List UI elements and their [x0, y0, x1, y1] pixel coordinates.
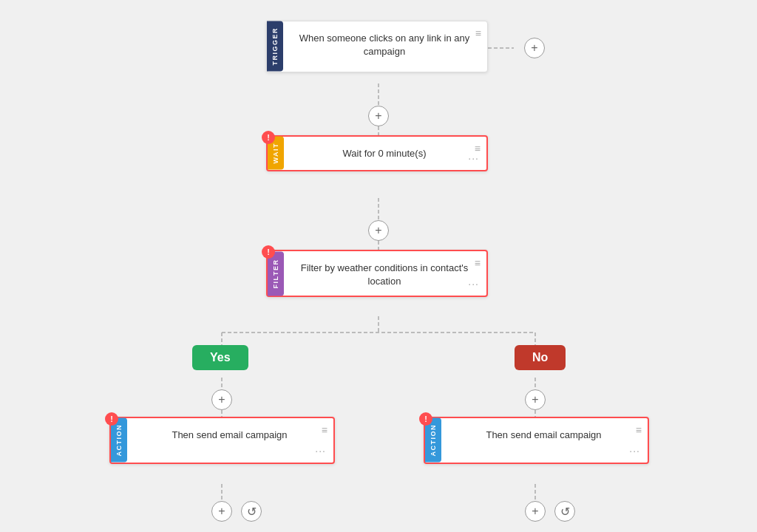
action-yes-body: ≡ Then send email campaign ··· [127, 418, 333, 463]
action-yes-more-icon[interactable]: ··· [315, 445, 326, 457]
action-yes-error-badge: ! [105, 412, 118, 426]
wait-error-badge: ! [262, 131, 275, 144]
add-after-wait-button[interactable]: + [368, 220, 389, 241]
trigger-add-button[interactable]: + [524, 38, 545, 58]
trigger-body: ≡ When someone clicks on any link in any… [283, 21, 487, 72]
filter-error-badge: ! [262, 245, 275, 259]
filter-body: ≡ Filter by weather conditions in contac… [284, 251, 486, 296]
filter-menu-icon[interactable]: ≡ [475, 257, 481, 269]
action-yes-node: ! ACTION ≡ Then send email campaign ··· [109, 417, 335, 464]
add-after-action-yes-button[interactable]: + [211, 501, 232, 522]
action-no-body: ≡ Then send email campaign ··· [441, 418, 648, 463]
action-no-error-badge: ! [419, 412, 432, 426]
add-after-trigger-button[interactable]: + [368, 106, 389, 126]
trigger-label: TRIGGER [267, 21, 283, 72]
trigger-title: When someone clicks on any link in any c… [293, 32, 475, 58]
filter-title: Filter by weather conditions in contact'… [294, 262, 475, 288]
trigger-node: TRIGGER ≡ When someone clicks on any lin… [266, 21, 488, 72]
trigger-menu-icon[interactable]: ≡ [475, 27, 481, 39]
action-yes-menu-icon[interactable]: ≡ [322, 424, 327, 436]
no-branch-button[interactable]: No [515, 345, 566, 370]
add-after-no-button[interactable]: + [525, 389, 546, 410]
action-no-menu-icon[interactable]: ≡ [636, 424, 642, 436]
filter-node: ! FILTER ≡ Filter by weather conditions … [266, 250, 488, 297]
add-after-action-no-button[interactable]: + [525, 501, 546, 522]
add-after-yes-button[interactable]: + [211, 389, 232, 410]
action-no-more-icon[interactable]: ··· [629, 445, 640, 457]
wait-title: Wait for 0 minute(s) [294, 147, 475, 160]
filter-more-icon[interactable]: ··· [468, 278, 479, 290]
wait-node: ! WAIT ≡ Wait for 0 minute(s) ··· [266, 135, 488, 171]
yes-branch-button[interactable]: Yes [192, 345, 248, 370]
action-yes-title: Then send email campaign [138, 429, 322, 442]
action-no-title: Then send email campaign [452, 429, 636, 442]
refresh-action-no-button[interactable]: ↺ [554, 501, 575, 522]
wait-more-icon[interactable]: ··· [468, 152, 479, 164]
wait-body: ≡ Wait for 0 minute(s) ··· [284, 137, 486, 170]
workflow-canvas: TRIGGER ≡ When someone clicks on any lin… [0, 0, 757, 532]
refresh-action-yes-button[interactable]: ↺ [241, 501, 262, 522]
action-no-node: ! ACTION ≡ Then send email campaign ··· [424, 417, 649, 464]
